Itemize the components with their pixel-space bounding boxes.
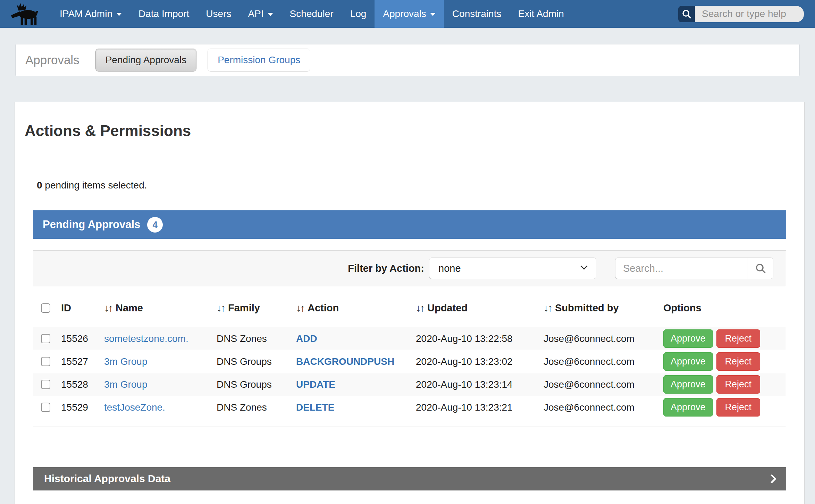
nav-item-log[interactable]: Log: [342, 0, 375, 28]
nav-item-label: Constraints: [452, 8, 502, 19]
column-header-submitted-by[interactable]: Submitted by: [544, 286, 663, 327]
reject-button[interactable]: Reject: [716, 329, 761, 348]
name-link[interactable]: sometestzone.com.: [104, 333, 188, 344]
cell-family: DNS Groups: [217, 350, 296, 373]
cell-submitted-by: Jose@6connect.com: [544, 327, 663, 350]
column-header-updated[interactable]: Updated: [416, 286, 544, 327]
action-filter-select-wrap: none: [429, 258, 596, 279]
pending-approvals-table: ID Name Family Action Updated: [33, 286, 786, 419]
sort-icon[interactable]: [217, 302, 225, 313]
sort-icon[interactable]: [416, 302, 424, 313]
selected-count: 0: [37, 180, 42, 191]
approve-button[interactable]: Approve: [663, 398, 713, 417]
nav-item-approvals[interactable]: Approvals: [375, 0, 444, 28]
approve-button[interactable]: Approve: [663, 352, 713, 371]
column-label: Name: [116, 302, 143, 313]
table-search-button[interactable]: [748, 258, 773, 279]
tab-pending-approvals[interactable]: Pending Approvals: [95, 49, 197, 72]
table-search-input[interactable]: [615, 258, 748, 279]
panel-title: Pending Approvals: [43, 218, 140, 231]
nav-item-scheduler[interactable]: Scheduler: [282, 0, 342, 28]
nav-item-exit-admin[interactable]: Exit Admin: [510, 0, 572, 28]
cell-family: DNS Groups: [217, 373, 296, 396]
moose-logo-icon[interactable]: [10, 2, 44, 25]
row-checkbox[interactable]: [41, 357, 50, 366]
caret-down-icon: [268, 13, 273, 16]
nav-item-label: Data Import: [138, 8, 189, 19]
reject-button[interactable]: Reject: [716, 375, 761, 394]
sort-icon[interactable]: [544, 302, 552, 313]
page-toolbar: Approvals Pending Approvals Permission G…: [15, 44, 800, 76]
select-all-checkbox[interactable]: [41, 303, 50, 313]
row-checkbox[interactable]: [41, 380, 50, 389]
table-header-row: ID Name Family Action Updated: [33, 286, 786, 327]
action-link[interactable]: UPDATE: [296, 379, 335, 390]
nav-search-button[interactable]: [678, 6, 695, 22]
count-badge: 4: [147, 217, 163, 233]
table-row: 15527 3m Group DNS Groups BACKGROUNDPUSH…: [33, 350, 786, 373]
selected-text: pending items selected.: [45, 180, 147, 191]
nav-item-label: IPAM Admin: [60, 8, 112, 19]
action-filter-select[interactable]: none: [429, 258, 596, 279]
page-heading: Actions & Permissions: [25, 122, 804, 140]
table-row: 15529 testJoseZone. DNS Zones DELETE 202…: [33, 396, 786, 419]
search-icon: [681, 9, 692, 19]
cell-updated: 2020-Aug-10 13:22:58: [416, 327, 544, 350]
column-label: Updated: [427, 302, 468, 313]
nav-search: [678, 6, 804, 22]
name-link[interactable]: testJoseZone.: [104, 402, 165, 413]
nav-item-api[interactable]: API: [240, 0, 281, 28]
nav-item-label: Approvals: [383, 8, 426, 19]
reject-button[interactable]: Reject: [716, 352, 761, 371]
approve-button[interactable]: Approve: [663, 375, 713, 394]
nav-item-users[interactable]: Users: [198, 0, 240, 28]
row-checkbox[interactable]: [41, 403, 50, 412]
selected-count-line: 0 pending items selected.: [37, 180, 804, 191]
nav-item-label: API: [248, 8, 263, 19]
nav-item-label: Log: [350, 8, 367, 19]
nav-item-data-import[interactable]: Data Import: [130, 0, 198, 28]
name-link[interactable]: 3m Group: [104, 379, 148, 390]
cell-family: DNS Zones: [217, 327, 296, 350]
column-label: Submitted by: [555, 302, 619, 313]
cell-id: 15529: [61, 396, 104, 419]
nav-item-label: Scheduler: [290, 8, 334, 19]
approve-button[interactable]: Approve: [663, 329, 713, 348]
cell-updated: 2020-Aug-10 13:23:02: [416, 350, 544, 373]
nav-item-constraints[interactable]: Constraints: [444, 0, 510, 28]
action-link[interactable]: DELETE: [296, 402, 334, 413]
historical-approvals-accordion[interactable]: Historical Approvals Data: [33, 467, 786, 490]
tab-permission-groups[interactable]: Permission Groups: [208, 49, 310, 72]
filter-row: Filter by Action: none: [33, 251, 786, 286]
cell-id: 15528: [61, 373, 104, 396]
column-header-action[interactable]: Action: [296, 286, 416, 327]
cell-submitted-by: Jose@6connect.com: [544, 350, 663, 373]
nav-item-label: Exit Admin: [518, 8, 564, 19]
caret-down-icon: [430, 13, 436, 16]
nav-item-ipam-admin[interactable]: IPAM Admin: [51, 0, 130, 28]
moose-silhouette: [10, 2, 44, 25]
sort-icon[interactable]: [296, 302, 304, 313]
main-card: Actions & Permissions 0 pending items se…: [15, 102, 805, 504]
caret-down-icon: [116, 13, 122, 16]
page-title: Approvals: [25, 53, 79, 67]
historical-approvals-title: Historical Approvals Data: [44, 473, 170, 485]
column-header-id: ID: [61, 286, 104, 327]
reject-button[interactable]: Reject: [716, 398, 761, 417]
pending-approvals-panel-header: Pending Approvals 4: [33, 210, 786, 239]
row-checkbox[interactable]: [41, 334, 50, 343]
chevron-right-icon: [767, 474, 776, 484]
nav-search-input[interactable]: [695, 6, 804, 22]
action-link[interactable]: ADD: [296, 333, 317, 344]
column-header-name[interactable]: Name: [104, 286, 217, 327]
cell-id: 15527: [61, 350, 104, 373]
filter-by-action-label: Filter by Action:: [348, 263, 424, 274]
column-label: Family: [228, 302, 260, 313]
column-header-family[interactable]: Family: [217, 286, 296, 327]
sort-icon[interactable]: [104, 302, 112, 313]
table-row: 15528 3m Group DNS Groups UPDATE 2020-Au…: [33, 373, 786, 396]
column-label: ID: [61, 302, 71, 313]
top-navbar: IPAM Admin Data Import Users API Schedul…: [0, 0, 815, 28]
name-link[interactable]: 3m Group: [104, 356, 148, 367]
action-link[interactable]: BACKGROUNDPUSH: [296, 356, 394, 367]
